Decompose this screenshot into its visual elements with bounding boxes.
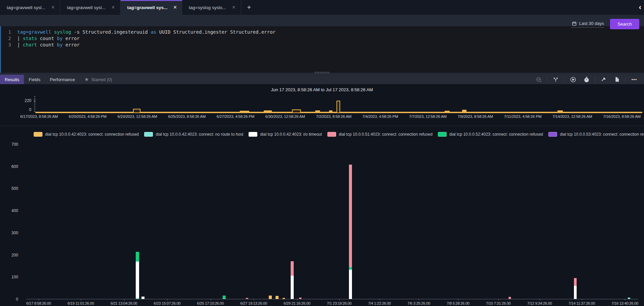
overview-bar	[264, 110, 272, 113]
y-tick-label: 100	[11, 275, 18, 279]
x-tick-label: 7/2/2023, 8:58:26 AM	[316, 114, 351, 118]
chevron-left-icon[interactable]: ‹	[639, 0, 641, 15]
bar-segment	[223, 299, 226, 299]
overview-bar	[240, 111, 249, 113]
bar-segment	[291, 276, 294, 299]
legend-swatch	[249, 132, 257, 137]
x-tick-label: 6/30/2023, 12:58:26 AM	[265, 114, 305, 118]
x-tick-label: 7/14/2023, 12:58:26 AM	[552, 114, 592, 118]
resize-handle[interactable]	[314, 71, 330, 74]
bar-segment	[141, 297, 144, 299]
axe-icon[interactable]	[599, 75, 609, 83]
close-icon[interactable]: ×	[51, 5, 54, 10]
bar-segment	[509, 297, 511, 299]
legend-swatch	[327, 132, 336, 137]
legend-item[interactable]: dial tcp 10.0.0.42:4023: connect: connec…	[34, 132, 139, 137]
fork-icon[interactable]	[551, 75, 561, 83]
x-tick-label: 7/4 1:22:26.00	[368, 301, 391, 305]
query-tab-bar: tag=gravwell sysl... × tag=gravwell sysl…	[0, 0, 644, 15]
stacked-bar	[246, 298, 248, 299]
tab-performance[interactable]: Performance	[45, 75, 79, 84]
close-icon[interactable]: ×	[232, 5, 235, 10]
bar-segment	[136, 298, 139, 299]
legend-item[interactable]: dial tcp 10.0.0.42:4023: i/o timeout	[249, 132, 322, 137]
divider	[595, 77, 595, 82]
timeline-overview: Jun 17 2023, 8:58:26 AM to Jul 17 2023, …	[0, 84, 644, 126]
divider	[564, 77, 565, 82]
stacked-bar	[283, 298, 285, 299]
stacked-bar	[276, 296, 279, 299]
calendar-icon	[572, 21, 577, 26]
x-tick-label: 6/17/2023, 8:58:26 AM	[20, 114, 58, 118]
main-chart-plot[interactable]	[26, 144, 638, 299]
legend-swatch	[438, 132, 447, 137]
tab-fields[interactable]: Fields	[24, 75, 45, 84]
results-toolbar: Results Fields Performance ★ Starred (0)	[0, 75, 644, 84]
close-icon[interactable]: ×	[111, 5, 115, 10]
stacked-bar	[574, 278, 577, 299]
search-button[interactable]: Search	[610, 19, 639, 29]
stacked-bar	[628, 298, 630, 299]
tab-query-4[interactable]: tag=syslog syslo... ×	[182, 0, 241, 15]
time-range-picker[interactable]: Last 30 days	[572, 21, 604, 28]
x-tick-label: 7/14 11:37:26.00	[569, 301, 595, 305]
chart-legend: dial tcp 10.0.0.42:4023: connect: connec…	[34, 129, 639, 139]
play-icon[interactable]	[568, 75, 578, 83]
timer-icon[interactable]	[581, 75, 591, 83]
more-icon[interactable]: •••	[629, 75, 639, 83]
overview-plot[interactable]	[35, 96, 642, 113]
overview-bar	[292, 109, 301, 113]
legend-item[interactable]: dial tcp 10.0.0.42:4023: connect: no rou…	[144, 132, 243, 137]
main-chart-y-axis: 7006005004003002001000	[0, 144, 26, 299]
legend-label: dial tcp 10.0.0.42:4023: connect: no rou…	[156, 132, 243, 137]
overview-bar	[133, 109, 140, 113]
stacked-bar	[299, 298, 301, 299]
new-tab-button[interactable]: +	[241, 0, 257, 15]
y-tick-label: 200	[11, 253, 18, 258]
bar-segment	[574, 278, 577, 286]
divider	[547, 77, 547, 82]
tab-query-3-active[interactable]: tag=gravwell sys... ×	[121, 0, 182, 15]
bar-segment	[349, 165, 352, 267]
x-tick-label: 6/25 17:10:26.00	[197, 301, 224, 305]
x-tick-label: 7/4/2023, 4:58:26 PM	[362, 114, 398, 118]
close-icon[interactable]: ×	[173, 5, 176, 10]
bar-segment	[291, 261, 294, 276]
tab-starred[interactable]: ★ Starred (0)	[79, 75, 117, 84]
tab-label: tag=gravwell sysl...	[7, 5, 45, 10]
bar-segment	[574, 286, 577, 299]
stacked-bar	[269, 296, 272, 299]
legend-label: dial tcp 10.0.0.52:4023: connect: connec…	[449, 132, 543, 137]
x-tick-label: 7/12 9:34:26.00	[527, 301, 552, 305]
line-number: 2	[1, 35, 17, 42]
bar-segment	[283, 298, 285, 299]
query-editor[interactable]: 1tag=gravwell syslog -s Structured.inges…	[0, 26, 644, 73]
line-number: 1	[1, 29, 17, 35]
code-line: 3| chart count by error	[1, 42, 644, 48]
legend-item[interactable]: dial tcp 10.0.0.52:4023: connect: connec…	[438, 132, 543, 137]
x-tick-label: 7/7/2023, 12:58:26 AM	[409, 114, 447, 118]
tab-label: tag=gravwell sysl...	[67, 5, 105, 10]
stacked-bar	[291, 261, 294, 299]
overview-bar	[315, 110, 320, 113]
x-tick-label: 6/21 13:04:26.00	[110, 301, 137, 305]
bar-segment	[269, 296, 272, 299]
legend-label: dial tcp 10.0.0.51:4023: connect: connec…	[339, 132, 432, 137]
file-icon[interactable]	[612, 75, 622, 83]
legend-swatch	[144, 132, 153, 137]
tab-query-1[interactable]: tag=gravwell sysl... ×	[0, 0, 60, 15]
legend-item[interactable]: dial tcp 10.0.0.53:4023: connect: connec…	[548, 132, 644, 137]
code-text: | stats count by error	[17, 35, 79, 42]
legend-item[interactable]: dial tcp 10.0.0.51:4023: connect: connec…	[327, 132, 432, 137]
overview-y-axis: 220 0	[0, 96, 35, 113]
tab-results[interactable]: Results	[0, 75, 24, 84]
y-tick-label: 500	[11, 186, 18, 191]
overview-bar	[445, 111, 450, 113]
tab-query-2[interactable]: tag=gravwell sysl... ×	[60, 0, 121, 15]
x-tick-label: 6/25/2023, 8:58:26 AM	[168, 114, 206, 118]
legend-label: dial tcp 10.0.0.42:4023: connect: connec…	[45, 132, 139, 137]
world-search-icon[interactable]	[534, 75, 544, 83]
legend-swatch	[548, 132, 557, 137]
overview-bar	[329, 110, 332, 113]
x-tick-label: 7/11/2023, 4:58:26 PM	[504, 114, 541, 118]
